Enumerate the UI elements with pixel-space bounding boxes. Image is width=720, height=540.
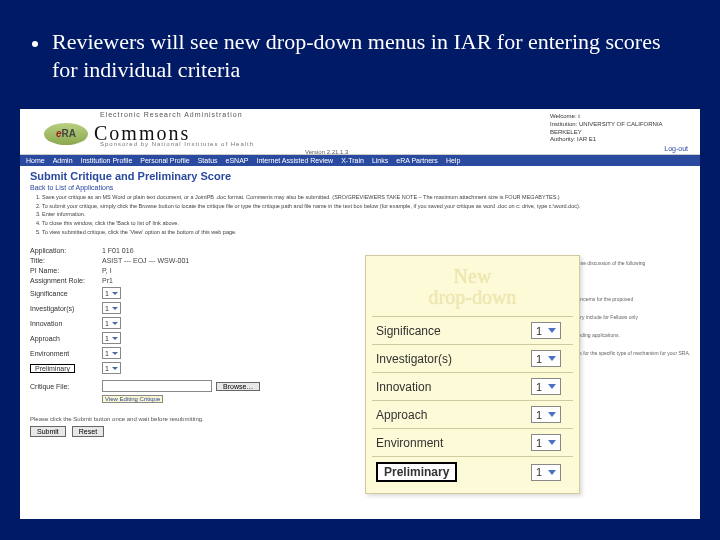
form-label: Assignment Role: xyxy=(30,277,102,284)
reset-button[interactable]: Reset xyxy=(72,426,104,437)
callout-label: Significance xyxy=(372,317,527,345)
form-value: Pr1 xyxy=(102,277,113,284)
form-label: Application: xyxy=(30,247,102,254)
era-header: Electronic Research Administration eRA C… xyxy=(20,109,700,155)
callout-preliminary-row: Preliminary 1 xyxy=(372,457,573,488)
callout-row: Investigator(s)1 xyxy=(372,345,573,373)
callout-select[interactable]: 1 xyxy=(531,406,561,423)
nav-item[interactable]: Admin xyxy=(53,157,73,164)
chevron-down-icon xyxy=(112,337,118,340)
nav-item[interactable]: Personal Profile xyxy=(140,157,189,164)
callout-label: Investigator(s) xyxy=(372,345,527,373)
criteria-select[interactable]: 1 xyxy=(102,332,121,344)
callout-row: Approach1 xyxy=(372,401,573,429)
institution-line: Institution: UNIVERSITY OF CALIFORNIA BE… xyxy=(550,121,690,137)
chevron-down-icon xyxy=(112,322,118,325)
critique-label: Critique File: xyxy=(30,383,102,390)
callout-row: Environment1 xyxy=(372,429,573,457)
button-row: Submit Reset xyxy=(20,422,700,441)
criteria-label: Significance xyxy=(30,290,102,297)
callout-title: New drop-down xyxy=(372,266,573,308)
nav-item[interactable]: Links xyxy=(372,157,388,164)
form-label: Title: xyxy=(30,257,102,264)
instruction-item: Enter information. xyxy=(42,211,688,219)
header-subline: Sponsored by National Institutes of Heal… xyxy=(100,141,254,147)
chevron-down-icon xyxy=(112,307,118,310)
chevron-down-icon xyxy=(112,352,118,355)
chevron-down-icon xyxy=(548,412,556,417)
callout-select[interactable]: 1 xyxy=(531,434,561,451)
chevron-down-icon xyxy=(548,356,556,361)
slide-bullet: Reviewers will see new drop-down menus i… xyxy=(0,0,720,93)
criteria-label: Approach xyxy=(30,335,102,342)
chevron-down-icon xyxy=(548,470,556,475)
callout-label: Approach xyxy=(372,401,527,429)
instruction-item: To submit your critique, simply click th… xyxy=(42,203,688,211)
instructions-list: Save your critique as an MS Word or plai… xyxy=(20,194,700,241)
form-label: PI Name: xyxy=(30,267,102,274)
criteria-select[interactable]: 1 xyxy=(102,347,121,359)
preliminary-select[interactable]: 1 xyxy=(102,362,121,374)
callout-select[interactable]: 1 xyxy=(531,378,561,395)
page-title: Submit Critique and Preliminary Score xyxy=(20,166,700,184)
authority-line: Authority: IAR E1 xyxy=(550,136,690,144)
chevron-down-icon xyxy=(112,292,118,295)
chevron-down-icon xyxy=(548,440,556,445)
instruction-item: To view submitted critique, click the 'V… xyxy=(42,229,688,237)
callout-overlay: New drop-down Significance1Investigator(… xyxy=(365,255,580,494)
form-value: P, I xyxy=(102,267,112,274)
criteria-select[interactable]: 1 xyxy=(102,302,121,314)
submit-button[interactable]: Submit xyxy=(30,426,66,437)
nav-item[interactable]: Help xyxy=(446,157,460,164)
criteria-label: Innovation xyxy=(30,320,102,327)
browse-button[interactable]: Browse… xyxy=(216,382,260,391)
nav-item[interactable]: eSNAP xyxy=(226,157,249,164)
welcome-line: Welcome: t xyxy=(550,113,690,121)
please-note: Please click the Submit button once and … xyxy=(20,412,700,422)
era-oval-icon: eRA xyxy=(44,123,88,145)
logout-link[interactable]: Log-out xyxy=(664,145,688,152)
callout-select[interactable]: 1 xyxy=(531,350,561,367)
criteria-select[interactable]: 1 xyxy=(102,317,121,329)
callout-select[interactable]: 1 xyxy=(531,322,561,339)
nav-item[interactable]: Home xyxy=(26,157,45,164)
view-editing-link[interactable]: View Editing Critique xyxy=(102,395,163,403)
back-link[interactable]: Back to List of Applications xyxy=(20,184,700,194)
form-row: Application:1 F01 016 xyxy=(30,247,690,254)
callout-preliminary-select[interactable]: 1 xyxy=(531,464,561,481)
callout-table: Significance1Investigator(s)1Innovation1… xyxy=(372,316,573,487)
nav-item[interactable]: X-Train xyxy=(341,157,364,164)
nav-item[interactable]: eRA Partners xyxy=(396,157,438,164)
form-value: ASIST --- EOJ --- WSW-001 xyxy=(102,257,189,264)
preliminary-label: Preliminary xyxy=(30,364,75,373)
criteria-label: Environment xyxy=(30,350,102,357)
instruction-item: To close this window, click the 'Back to… xyxy=(42,220,688,228)
criteria-select[interactable]: 1 xyxy=(102,287,121,299)
callout-row: Significance1 xyxy=(372,317,573,345)
form-value: 1 F01 016 xyxy=(102,247,134,254)
chevron-down-icon xyxy=(548,328,556,333)
chevron-down-icon xyxy=(548,384,556,389)
editing-link-row: View Editing Critique xyxy=(30,395,690,403)
nav-item[interactable]: Institution Profile xyxy=(81,157,133,164)
bullet-text: Reviewers will see new drop-down menus i… xyxy=(52,29,661,82)
screenshot: Electronic Research Administration eRA C… xyxy=(20,109,700,519)
nav-item[interactable]: Internet Assisted Review xyxy=(257,157,334,164)
critique-file-input[interactable] xyxy=(102,380,212,392)
callout-label: Environment xyxy=(372,429,527,457)
header-topline: Electronic Research Administration xyxy=(100,111,243,118)
callout-row: Innovation1 xyxy=(372,373,573,401)
instruction-item: Save your critique as an MS Word or plai… xyxy=(42,194,688,202)
top-nav: HomeAdminInstitution ProfilePersonal Pro… xyxy=(20,155,700,166)
nav-item[interactable]: Status xyxy=(198,157,218,164)
critique-file-row: Critique File: Browse… xyxy=(30,380,690,392)
criteria-label: Investigator(s) xyxy=(30,305,102,312)
callout-preliminary-label: Preliminary xyxy=(376,462,457,482)
welcome-block: Welcome: t Institution: UNIVERSITY OF CA… xyxy=(550,113,690,144)
bullet-dot xyxy=(32,41,38,47)
chevron-down-icon xyxy=(112,367,118,370)
callout-label: Innovation xyxy=(372,373,527,401)
version-label: Version 2.21.1.3 xyxy=(305,149,348,155)
